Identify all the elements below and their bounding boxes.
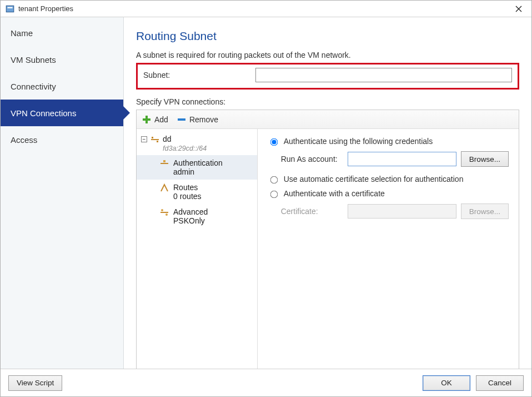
vpn-panel: Add Remove − bbox=[136, 110, 519, 369]
vpn-body: − dd fd3a:29cd::/64 bbox=[137, 129, 519, 369]
plus-icon bbox=[142, 115, 151, 124]
tree-item-sub: admin bbox=[173, 167, 223, 176]
subnet-highlight-box: Subnet: bbox=[136, 63, 519, 90]
tree-item-routes[interactable]: Routes 0 routes bbox=[137, 180, 257, 204]
subnet-input[interactable] bbox=[255, 68, 512, 82]
tree-root-dd[interactable]: − dd fd3a:29cd::/64 bbox=[137, 132, 257, 155]
radio-certificate-label: Authenticate with a certificate bbox=[284, 189, 385, 198]
ok-button[interactable]: OK bbox=[423, 375, 470, 391]
certificate-input bbox=[348, 204, 456, 219]
svg-rect-5 bbox=[151, 139, 159, 140]
sidebar-item-access[interactable]: Access bbox=[1, 126, 123, 153]
auth-option-certificate[interactable]: Authenticate with a certificate bbox=[268, 189, 509, 198]
browse-certificate-button: Browse... bbox=[461, 204, 509, 219]
svg-rect-4 bbox=[178, 118, 185, 121]
svg-rect-9 bbox=[163, 160, 165, 162]
page-title: Routing Subnet bbox=[136, 29, 519, 43]
remove-button-label: Remove bbox=[189, 115, 218, 124]
svg-rect-0 bbox=[6, 6, 14, 12]
svg-rect-10 bbox=[160, 212, 168, 213]
view-script-button[interactable]: View Script bbox=[8, 375, 62, 391]
titlebar: tenant Properties bbox=[1, 1, 531, 17]
radio-auto-cert[interactable] bbox=[270, 176, 278, 184]
dialog-body: Name VM Subnets Connectivity VPN Connect… bbox=[1, 17, 531, 369]
svg-rect-7 bbox=[157, 141, 158, 142]
network-icon bbox=[160, 159, 169, 168]
sidebar-item-label: VM Subnets bbox=[11, 55, 56, 64]
sidebar-item-label: Name bbox=[11, 28, 33, 38]
remove-button[interactable]: Remove bbox=[177, 115, 218, 124]
vpn-toolbar: Add Remove bbox=[137, 110, 519, 129]
network-icon bbox=[150, 135, 159, 144]
run-as-label: Run As account: bbox=[281, 155, 343, 163]
main-panel: Routing Subnet A subnet is required for … bbox=[124, 17, 531, 369]
dialog-footer: View Script OK Cancel bbox=[1, 369, 531, 396]
tree-item-label: Advanced bbox=[173, 207, 208, 216]
sidebar-item-vm-subnets[interactable]: VM Subnets bbox=[1, 46, 123, 73]
svg-rect-8 bbox=[160, 163, 168, 164]
tree-item-sub: 0 routes bbox=[173, 192, 202, 201]
close-button[interactable] bbox=[506, 1, 531, 17]
sidebar-item-label: Connectivity bbox=[11, 82, 56, 91]
svg-rect-1 bbox=[8, 7, 13, 8]
app-icon bbox=[5, 4, 15, 14]
run-as-input[interactable] bbox=[348, 152, 456, 166]
sidebar-item-label: Access bbox=[11, 135, 37, 145]
browse-run-as-button[interactable]: Browse... bbox=[461, 151, 509, 167]
svg-point-12 bbox=[165, 214, 168, 216]
radio-certificate[interactable] bbox=[270, 191, 278, 198]
svg-point-11 bbox=[161, 209, 163, 211]
close-icon bbox=[515, 6, 522, 12]
sidebar-item-vpn-connections[interactable]: VPN Connections bbox=[1, 100, 123, 126]
sidebar-item-name[interactable]: Name bbox=[1, 19, 123, 46]
certificate-row: Certificate: Browse... bbox=[281, 204, 509, 219]
specify-vpn-label: Specify VPN connections: bbox=[136, 97, 519, 106]
cancel-button[interactable]: Cancel bbox=[476, 375, 524, 391]
connection-tree: − dd fd3a:29cd::/64 bbox=[137, 129, 258, 369]
network-icon bbox=[160, 208, 169, 217]
dialog-window: tenant Properties Name VM Subnets Connec… bbox=[0, 0, 532, 397]
svg-rect-6 bbox=[152, 137, 153, 138]
minus-icon bbox=[177, 115, 186, 124]
add-button-label: Add bbox=[154, 115, 168, 124]
auth-option-auto-cert[interactable]: Use automatic certificate selection for … bbox=[268, 175, 509, 183]
radio-credentials-label: Authenticate using the following credent… bbox=[284, 137, 433, 146]
collapse-icon[interactable]: − bbox=[141, 136, 147, 142]
tree-item-label: Routes bbox=[173, 183, 202, 192]
radio-credentials[interactable] bbox=[270, 138, 278, 146]
sidebar-item-label: VPN Connections bbox=[11, 108, 76, 118]
svg-rect-3 bbox=[143, 118, 150, 121]
tree-item-advanced[interactable]: Advanced PSKOnly bbox=[137, 204, 257, 229]
tree-root-sub: fd3a:29cd::/64 bbox=[163, 145, 207, 153]
radio-auto-cert-label: Use automatic certificate selection for … bbox=[284, 175, 464, 183]
detail-panel: Authenticate using the following credent… bbox=[258, 129, 519, 369]
add-button[interactable]: Add bbox=[142, 115, 168, 124]
auth-option-credentials[interactable]: Authenticate using the following credent… bbox=[268, 137, 509, 146]
subnet-label: Subnet: bbox=[143, 71, 245, 80]
page-subtitle: A subnet is required for routing packets… bbox=[136, 51, 519, 59]
tree-item-label: Authentication bbox=[173, 158, 223, 167]
certificate-label: Certificate: bbox=[281, 207, 343, 216]
sidebar-item-connectivity[interactable]: Connectivity bbox=[1, 73, 123, 100]
sidebar: Name VM Subnets Connectivity VPN Connect… bbox=[1, 17, 124, 369]
tree-item-sub: PSKOnly bbox=[173, 216, 208, 225]
tree-root-label: dd bbox=[163, 135, 207, 145]
routes-icon bbox=[160, 183, 169, 192]
run-as-row: Run As account: Browse... bbox=[281, 151, 509, 167]
tree-item-authentication[interactable]: Authentication admin bbox=[137, 155, 257, 180]
window-title: tenant Properties bbox=[18, 4, 73, 13]
